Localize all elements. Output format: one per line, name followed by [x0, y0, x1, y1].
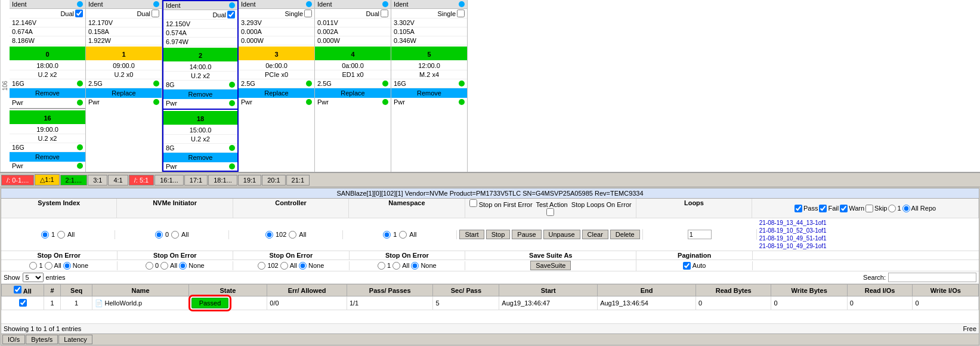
- stoperr4-radio-1[interactable]: [378, 262, 385, 270]
- drive-2-remove-btn[interactable]: Remove: [163, 89, 237, 99]
- drive-16-interface: U.2 x2: [38, 135, 57, 142]
- sysidx-radio-all[interactable]: [57, 231, 65, 239]
- stoperr4-radio-all[interactable]: [392, 262, 400, 270]
- tab-17-1[interactable]: 17:1: [184, 175, 208, 186]
- drive-0-dual-checkbox[interactable]: [75, 10, 83, 17]
- stoperr4-radio-none[interactable]: [411, 262, 419, 270]
- stoperr1-radio-all[interactable]: [45, 262, 52, 270]
- start-button[interactable]: Start: [459, 230, 484, 239]
- drive-0-remove-btn[interactable]: Remove: [10, 88, 85, 98]
- tab-19-1[interactable]: 19:1: [238, 175, 261, 186]
- tab-20-1[interactable]: 20:1: [262, 175, 285, 186]
- drive-1-replace-btn[interactable]: Replace: [86, 88, 162, 98]
- col-start[interactable]: Start: [499, 285, 598, 296]
- drive-1-dual-checkbox[interactable]: [152, 10, 159, 17]
- row-checkbox-cell[interactable]: [2, 296, 44, 310]
- col-read-bytes[interactable]: Read Bytes: [695, 285, 771, 296]
- ns-radio-1[interactable]: [383, 231, 391, 239]
- search-input[interactable]: [888, 273, 976, 282]
- drive-3-dual-checkbox-label[interactable]: Single: [285, 10, 312, 17]
- delete-button[interactable]: Delete: [610, 230, 640, 239]
- nvme-radio-all[interactable]: [171, 231, 179, 239]
- sysidx-radio-1[interactable]: [41, 231, 49, 239]
- tab-latency[interactable]: Latency: [58, 335, 92, 344]
- col-sec[interactable]: Sec/ Pass: [433, 285, 499, 296]
- tab-16-1[interactable]: 16:1...: [154, 175, 184, 186]
- col-write-ios[interactable]: Write I/Os: [913, 285, 979, 296]
- fail-checkbox[interactable]: [819, 205, 827, 212]
- col-num[interactable]: #: [44, 285, 61, 296]
- stoperr3-radio-102[interactable]: [258, 262, 265, 270]
- clear-button[interactable]: Clear: [582, 230, 608, 239]
- tab-bytess[interactable]: Bytes/s: [26, 335, 58, 344]
- stoperr1-radio-1[interactable]: [29, 262, 37, 270]
- drive-5-dual-checkbox-label[interactable]: Single: [437, 10, 465, 17]
- tab-21-1[interactable]: 21:1: [286, 175, 310, 186]
- entries-select[interactable]: 51025: [23, 273, 44, 282]
- drive-4-dual-checkbox[interactable]: [381, 10, 388, 17]
- col-err[interactable]: Err/ Allowed: [267, 285, 347, 296]
- drive-4-current: 0.002A: [317, 28, 338, 35]
- col-pass[interactable]: Pass/ Passes: [347, 285, 433, 296]
- stop-first-error-checkbox[interactable]: [469, 199, 477, 207]
- drive-16-remove-btn[interactable]: Remove: [10, 152, 85, 162]
- log-entry-2[interactable]: 21-08-19_10_49_51-1of1: [759, 234, 976, 242]
- drive-18-remove-btn[interactable]: Remove: [163, 153, 237, 162]
- tab-4-1[interactable]: 4:1: [108, 175, 128, 186]
- drive-0-dual-checkbox-label[interactable]: Dual: [60, 10, 83, 17]
- ctrl-radio-102[interactable]: [265, 231, 273, 239]
- log-entry-1[interactable]: 21-08-19_10_52_03-1of1: [759, 227, 976, 234]
- stoperr2-radio-none[interactable]: [179, 262, 187, 270]
- drive-4-replace-btn[interactable]: Replace: [315, 88, 391, 98]
- stoperr3-radio-none[interactable]: [299, 262, 307, 270]
- pause-button[interactable]: Pause: [512, 230, 541, 239]
- log-entry-0[interactable]: 21-08-19_13_44_13-1of1: [759, 219, 976, 227]
- all-checkbox[interactable]: [14, 286, 21, 294]
- tab-1-1[interactable]: △1:1: [35, 174, 59, 186]
- col-write-bytes[interactable]: Write Bytes: [771, 285, 847, 296]
- row-checkbox[interactable]: [19, 299, 27, 307]
- drive-18-pwr-dot: [229, 163, 235, 169]
- auto-pagination-checkbox[interactable]: [683, 262, 691, 270]
- col-read-ios[interactable]: Read I/Os: [847, 285, 913, 296]
- warn-checkbox[interactable]: [840, 205, 848, 212]
- log-entry-3[interactable]: 21-08-19_10_49_29-1of1: [759, 242, 976, 250]
- drive-5-dual-checkbox[interactable]: [457, 10, 465, 17]
- drive-2-dual-checkbox-label[interactable]: Dual: [212, 11, 235, 18]
- col-end[interactable]: End: [598, 285, 696, 296]
- stoperr2-radio-all[interactable]: [160, 262, 168, 270]
- unpause-button[interactable]: Unpause: [543, 230, 580, 239]
- ns-radio-all[interactable]: [399, 231, 407, 239]
- pass-checkbox[interactable]: [794, 205, 802, 212]
- stop-button[interactable]: Stop: [486, 230, 511, 239]
- drive-4-dual-checkbox-label[interactable]: Dual: [366, 10, 388, 17]
- ctrl-radios: 102 All: [229, 230, 343, 239]
- loops-input[interactable]: [688, 230, 712, 239]
- nvme-radio-0[interactable]: [155, 231, 163, 239]
- drive-3-dual-checkbox[interactable]: [304, 10, 312, 17]
- drive-5-remove-btn[interactable]: Remove: [391, 88, 467, 98]
- stoperr1-radio-none[interactable]: [63, 262, 71, 270]
- drive-1-dual-checkbox-label[interactable]: Dual: [137, 10, 159, 17]
- ctrl-radio-all[interactable]: [289, 231, 296, 239]
- stop-loops-checkbox[interactable]: [546, 208, 554, 216]
- col-name[interactable]: Name: [92, 285, 188, 296]
- tab-0-1[interactable]: /: 0-1....: [1, 175, 34, 186]
- drive-3-replace-btn[interactable]: Replace: [239, 88, 314, 98]
- skip-checkbox[interactable]: [865, 205, 873, 212]
- col-state[interactable]: State: [188, 285, 267, 296]
- repo-radio-all[interactable]: [902, 205, 910, 212]
- tab-3-1[interactable]: 3:1: [88, 175, 107, 186]
- tab-5-1[interactable]: /: 5:1: [129, 175, 154, 186]
- tab-ios[interactable]: IO/s: [2, 335, 25, 344]
- passed-state-button[interactable]: Passed: [191, 298, 229, 308]
- tab-18-1[interactable]: 18:1...: [208, 175, 237, 186]
- drive-2-dual-checkbox[interactable]: [227, 11, 235, 18]
- tab-2-1[interactable]: 2:1....: [60, 175, 88, 186]
- col-seq[interactable]: Seq: [60, 285, 92, 296]
- repo-radio-1[interactable]: [888, 205, 896, 212]
- stoperr3-radio-all[interactable]: [280, 262, 288, 270]
- stoperr2-radio-0[interactable]: [146, 262, 153, 270]
- save-suite-button[interactable]: SaveSuite: [530, 261, 571, 270]
- col-all[interactable]: All: [2, 285, 44, 296]
